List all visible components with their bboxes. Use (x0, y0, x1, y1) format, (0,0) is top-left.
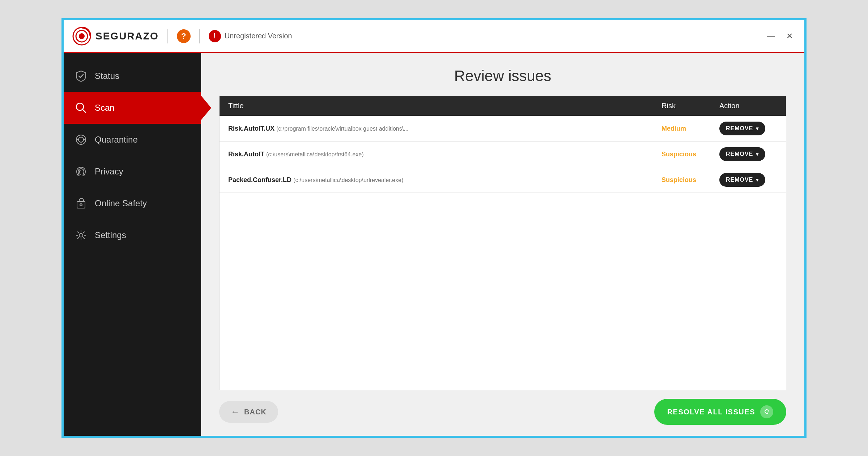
minimize-button[interactable]: — (764, 30, 778, 42)
remove-button-3[interactable]: REMOVE ▾ (719, 173, 765, 187)
threat-name-1: Risk.AutoIT.UX (228, 125, 275, 132)
table-row: Packed.Confuser.LD (c:\users\metallica\d… (220, 167, 786, 193)
dropdown-arrow-3: ▾ (756, 177, 759, 183)
divider-2 (199, 29, 200, 43)
threat-path-1: (c:\program files\oracle\virtualbox gues… (276, 126, 409, 132)
cell-risk-2: Suspicious (661, 151, 719, 158)
resolve-icon (760, 405, 773, 418)
header-title: Tittle (228, 102, 661, 110)
window-controls: — ✕ (764, 30, 796, 42)
online-safety-icon (75, 197, 88, 210)
back-button[interactable]: ← BACK (219, 401, 278, 423)
svg-point-2 (79, 33, 85, 39)
dropdown-arrow-2: ▾ (756, 151, 759, 157)
main-content: Status Scan (64, 53, 804, 436)
threat-path-3: (c:\users\metallica\desktop\urlrevealer.… (293, 177, 403, 183)
table-row: Risk.AutoIT (c:\users\metallica\desktop\… (220, 142, 786, 167)
help-icon[interactable]: ? (177, 29, 191, 43)
sidebar-label-settings: Settings (95, 230, 126, 240)
sidebar-item-status[interactable]: Status (64, 60, 201, 92)
version-label: Unregistered Version (225, 32, 292, 40)
logo-area: SEGURAZO (72, 27, 159, 46)
bottom-controls: ← BACK RESOLVE ALL ISSUES (219, 399, 786, 425)
cell-action-3: REMOVE ▾ (719, 173, 777, 187)
warning-icon: ! (209, 30, 221, 42)
sidebar: Status Scan (64, 53, 201, 436)
sidebar-item-quarantine[interactable]: Quarantine (64, 124, 201, 156)
sidebar-label-scan: Scan (95, 103, 115, 113)
remove-button-2[interactable]: REMOVE ▾ (719, 147, 765, 161)
sidebar-label-quarantine: Quarantine (95, 135, 138, 145)
svg-rect-11 (77, 202, 85, 208)
search-icon (75, 101, 88, 114)
divider-1 (167, 29, 168, 43)
table-row: Risk.AutoIT.UX (c:\program files\oracle\… (220, 116, 786, 142)
back-arrow-icon: ← (231, 407, 240, 417)
close-button[interactable]: ✕ (783, 30, 796, 42)
sidebar-item-settings[interactable]: Settings (64, 219, 201, 251)
sidebar-label-status: Status (95, 71, 119, 81)
cell-action-1: REMOVE ▾ (719, 122, 777, 135)
remove-button-1[interactable]: REMOVE ▾ (719, 122, 765, 135)
settings-icon (75, 229, 88, 242)
cell-risk-1: Medium (661, 125, 719, 132)
cell-risk-3: Suspicious (661, 176, 719, 184)
table-body: Risk.AutoIT.UX (c:\program files\oracle\… (220, 116, 786, 390)
svg-point-12 (80, 204, 82, 206)
sidebar-label-privacy: Privacy (95, 166, 123, 177)
threat-name-3: Packed.Confuser.LD (228, 176, 292, 183)
svg-point-6 (78, 137, 84, 142)
content-area: Review issues Tittle Risk Action Risk.Au… (201, 53, 804, 436)
page-title: Review issues (219, 67, 786, 85)
title-bar: SEGURAZO ? ! Unregistered Version — ✕ (64, 20, 804, 53)
table-header: Tittle Risk Action (220, 96, 786, 116)
sidebar-item-online-safety[interactable]: Online Safety (64, 187, 201, 219)
logo-icon (72, 27, 91, 46)
warning-area: ! Unregistered Version (209, 30, 292, 42)
svg-point-13 (79, 233, 83, 237)
sidebar-item-scan[interactable]: Scan (64, 92, 201, 124)
quarantine-icon (75, 133, 88, 146)
cell-title-3: Packed.Confuser.LD (c:\users\metallica\d… (228, 176, 661, 184)
sidebar-item-privacy[interactable]: Privacy (64, 156, 201, 187)
shield-check-icon (75, 69, 88, 83)
cell-title-2: Risk.AutoIT (c:\users\metallica\desktop\… (228, 151, 661, 158)
resolve-label: RESOLVE ALL ISSUES (667, 408, 755, 416)
header-risk: Risk (661, 102, 719, 110)
threat-name-2: Risk.AutoIT (228, 151, 264, 158)
sidebar-label-online-safety: Online Safety (95, 198, 147, 208)
svg-line-4 (82, 109, 86, 113)
threat-path-2: (c:\users\metallica\desktop\frst64.exe) (266, 151, 363, 157)
dropdown-arrow-1: ▾ (756, 126, 759, 131)
cell-title-1: Risk.AutoIT.UX (c:\program files\oracle\… (228, 125, 661, 132)
app-name: SEGURAZO (95, 30, 159, 42)
back-label: BACK (244, 408, 267, 416)
header-action: Action (719, 102, 777, 110)
issues-table: Tittle Risk Action Risk.AutoIT.UX (c:\pr… (219, 96, 786, 390)
app-window: SEGURAZO ? ! Unregistered Version — ✕ (61, 18, 807, 438)
cell-action-2: REMOVE ▾ (719, 147, 777, 161)
fingerprint-icon (75, 165, 88, 178)
resolve-all-button[interactable]: RESOLVE ALL ISSUES (654, 399, 786, 425)
